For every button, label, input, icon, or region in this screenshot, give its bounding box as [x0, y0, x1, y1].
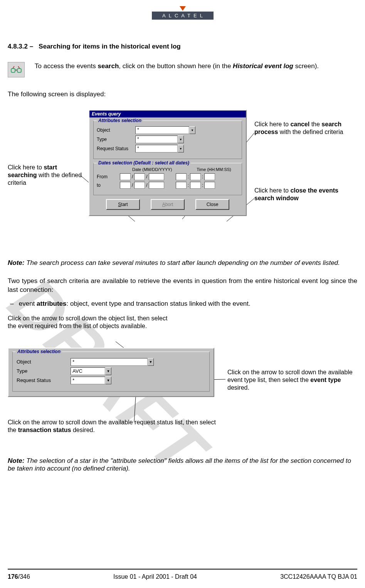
to-sec-input[interactable] — [204, 182, 215, 189]
brand-text: ALCATEL — [152, 12, 214, 20]
panel-request-label: Request Status — [17, 377, 71, 383]
callout-cancel-b1: cancel — [290, 121, 309, 127]
callout-request-arrow: Click on the arrow to scroll down the av… — [8, 419, 216, 434]
note-2: Note: The selection of a star in the "at… — [8, 457, 357, 472]
brand-logo: ALCATEL — [8, 0, 357, 20]
from-day-input[interactable] — [134, 173, 145, 180]
section-heading: 4.8.3.2 – Searching for items in the his… — [8, 43, 357, 50]
dialog-titlebar: Events query — [89, 111, 246, 117]
footer-page: 176/346 — [8, 573, 30, 580]
note-1-lead: Note: — [8, 259, 24, 266]
callout-type-2: desired. — [227, 384, 249, 391]
chevron-down-icon[interactable]: ▼ — [105, 367, 111, 375]
callout-cancel: Click here to cancel the search process … — [254, 121, 355, 136]
chevron-down-icon[interactable]: ▼ — [178, 136, 184, 143]
footer-page-bold: 176 — [8, 573, 18, 580]
svg-rect-0 — [11, 69, 15, 72]
date-column-header: Date (MM/DD/YYYY) — [132, 167, 172, 172]
to-day-input[interactable] — [134, 182, 145, 189]
bullet-bold: attributes — [37, 300, 66, 307]
attributes-group-title: Attributes selection — [97, 118, 143, 123]
callout-start: Click here to start searching with the d… — [8, 164, 83, 187]
callout-object-arrow: Click on the arrow to scroll down the ob… — [8, 315, 170, 330]
panel-request-combo[interactable]: * ▼ — [71, 377, 111, 384]
request-status-combo[interactable]: * ▼ — [135, 145, 184, 152]
start-button[interactable]: Start — [106, 199, 140, 210]
panel-type-combo[interactable]: AVC ▼ — [71, 367, 111, 375]
callout-type-arrow: Click on the arrow to scroll down the av… — [227, 369, 358, 392]
panel-type-label: Type — [17, 368, 71, 374]
logo-triangle-icon — [180, 6, 186, 11]
intro-text-2: , click on the button shown here (in the — [119, 62, 233, 70]
attributes-panel-title: Attributes selection — [16, 349, 62, 354]
panel-object-value: * — [71, 358, 148, 366]
type-combo[interactable]: * ▼ — [135, 136, 184, 143]
bullet-pre: event — [17, 300, 37, 307]
panel-object-label: Object — [17, 359, 71, 365]
chevron-down-icon[interactable]: ▼ — [148, 358, 154, 366]
from-month-input[interactable] — [120, 173, 131, 180]
time-column-header: Time (HH:MM:SS) — [197, 167, 231, 172]
panel-object-combo[interactable]: * ▼ — [71, 358, 154, 366]
request-status-combo-value: * — [135, 145, 178, 152]
panel-type-value: AVC — [71, 367, 105, 375]
attributes-panel: Attributes selection Object * ▼ Type AVC… — [8, 348, 214, 397]
to-year-input[interactable] — [149, 182, 164, 189]
callout-start-1: Click here to — [8, 164, 44, 171]
type-label: Type — [97, 137, 135, 142]
dates-group-title: Dates selection (Default : select all da… — [97, 160, 191, 166]
bullet-dash: – — [10, 300, 17, 308]
intro-text-1: To access the events — [35, 62, 98, 70]
abort-button-label: Abort — [162, 202, 173, 207]
from-sec-input[interactable] — [204, 173, 215, 180]
abort-button[interactable]: Abort — [151, 199, 185, 210]
section-title-text: Searching for items in the historical ev… — [39, 43, 180, 50]
intro-bold-screen: Historical event log — [233, 62, 293, 70]
from-min-input[interactable] — [190, 173, 201, 180]
intro-bold-search: search — [98, 62, 119, 70]
object-label: Object — [97, 127, 135, 133]
footer-center: Issue 01 - April 2001 - Draft 04 — [113, 573, 197, 580]
events-query-dialog: Events query Attributes selection Object… — [89, 110, 247, 216]
type-combo-value: * — [135, 136, 178, 143]
note-1: Note: The search process can take severa… — [8, 259, 357, 267]
callout-cancel-2: the — [309, 121, 321, 127]
note-1-body: The search process can take several minu… — [24, 259, 340, 266]
bullet-attributes: – event attributes: object, event type a… — [8, 300, 357, 308]
callout-type-b: event type — [310, 377, 341, 383]
callout-close-1: Click here to — [254, 187, 290, 194]
request-status-label: Request Status — [97, 146, 135, 151]
to-hour-input[interactable] — [176, 182, 187, 189]
start-button-label-rest: tart — [121, 202, 128, 207]
object-combo[interactable]: * ▼ — [135, 126, 195, 134]
from-label: From — [97, 174, 120, 179]
chevron-down-icon[interactable]: ▼ — [189, 126, 195, 134]
to-month-input[interactable] — [120, 182, 131, 189]
attributes-selection-group: Attributes selection Object * ▼ Type * ▼ — [93, 121, 242, 159]
intro-text-3: screen). — [293, 62, 319, 70]
following-text: The following screen is displayed: — [8, 90, 357, 98]
callout-req-2: desired. — [71, 427, 95, 433]
footer-right: 3CC12426AAAA TQ BJA 01 — [280, 573, 357, 580]
callout-req-b: transaction status — [18, 427, 71, 433]
note-2-lead: Note: — [8, 457, 24, 464]
svg-rect-1 — [17, 69, 21, 72]
chevron-down-icon[interactable]: ▼ — [178, 145, 184, 152]
to-label: to — [97, 183, 120, 188]
from-hour-input[interactable] — [176, 173, 187, 180]
close-button[interactable]: Close — [195, 199, 229, 210]
panel-request-value: * — [71, 377, 105, 384]
svg-rect-2 — [15, 69, 17, 71]
callout-cancel-1: Click here to — [254, 121, 290, 127]
note-2-body: The selection of a star in the "attribut… — [8, 457, 351, 472]
footer-page-rest: /346 — [18, 573, 30, 580]
to-min-input[interactable] — [190, 182, 201, 189]
from-year-input[interactable] — [149, 173, 164, 180]
callout-close: Click here to close the events search wi… — [254, 187, 347, 202]
object-combo-value: * — [135, 126, 189, 134]
intro-paragraph: To access the events search, click on th… — [35, 62, 319, 71]
binoculars-icon — [8, 62, 25, 77]
two-types-paragraph: Two types of search criteria are availab… — [8, 277, 357, 295]
dates-selection-group: Dates selection (Default : select all da… — [93, 163, 242, 195]
chevron-down-icon[interactable]: ▼ — [105, 377, 111, 384]
